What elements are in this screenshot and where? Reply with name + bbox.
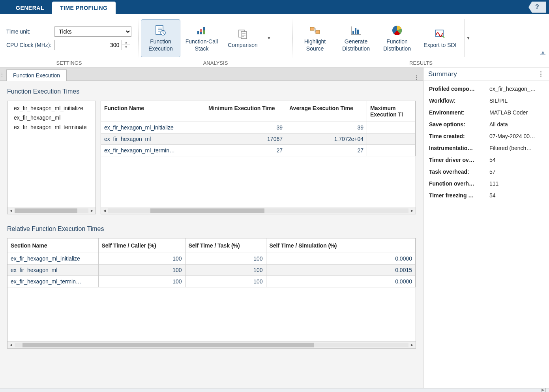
function-execution-button[interactable]: Function Execution — [141, 19, 180, 57]
summary-kebab-menu[interactable]: ⋮ — [538, 70, 544, 78]
ribbon: Time unit: Ticks CPU Clock (MHz): ▲▼ SET… — [0, 14, 549, 68]
summary-key: Environment: — [429, 109, 486, 116]
collapse-ribbon-button[interactable]: ▴ — [539, 48, 547, 56]
export-to-sdi-label: Export to SDI — [423, 42, 456, 49]
summary-key: Timer driver ov… — [429, 157, 486, 163]
summary-value: ex_fir_hexagon_… — [489, 86, 543, 92]
svg-rect-4 — [200, 32, 202, 34]
col-self-task[interactable]: Self Time / Task (%) — [185, 238, 266, 253]
summary-value: 07-May-2024 00… — [489, 133, 543, 139]
list-item[interactable]: ex_fir_hexagon_ml — [7, 113, 96, 122]
analysis-dropdown[interactable]: ▼ — [265, 19, 273, 57]
pie-icon — [391, 24, 403, 37]
ribbon-label-settings: SETTINGS — [0, 59, 138, 67]
col-avg-time[interactable]: Average Execution Time — [286, 101, 367, 122]
subtab-bar: ⋮⋮ Function Execution ⋮ — [0, 68, 423, 81]
col-min-time[interactable]: Minimum Execution Time — [205, 101, 286, 122]
fet-table: Function Name Minimum Execution Time Ave… — [101, 101, 416, 214]
status-bar: ▶| — [0, 388, 549, 392]
summary-value: 57 — [489, 169, 543, 175]
help-button[interactable]: ? — [528, 2, 546, 13]
function-execution-icon — [154, 24, 167, 37]
next-page-icon[interactable]: ▶| — [542, 388, 546, 392]
summary-value: 111 — [489, 180, 543, 187]
bar-stack-icon — [195, 24, 208, 37]
summary-key: Timer freezing … — [429, 192, 486, 199]
svg-rect-10 — [316, 30, 320, 34]
export-to-sdi-button[interactable]: Export to SDI — [418, 19, 462, 57]
subtab-function-execution[interactable]: Function Execution — [6, 69, 67, 81]
summary-key: Function overh… — [429, 180, 486, 187]
summary-key: Task overhead: — [429, 169, 486, 175]
list-hscrollbar[interactable]: ◄ ► — [7, 207, 96, 214]
ribbon-label-results: RESULTS — [293, 59, 549, 67]
cpu-clock-spinner[interactable]: ▲▼ — [122, 40, 130, 50]
time-unit-label: Time unit: — [6, 28, 51, 35]
summary-value: SIL/PIL — [489, 98, 543, 104]
content-area: ⋮⋮ Function Execution ⋮ Function Executi… — [0, 68, 549, 392]
comparison-button[interactable]: Comparison — [223, 19, 262, 57]
fet-hscrollbar[interactable]: ◄ ► — [101, 207, 416, 214]
col-self-sim[interactable]: Self Time / Simulation (%) — [266, 238, 416, 253]
grip-icon: ⋮⋮ — [2, 69, 6, 81]
summary-key: Save options: — [429, 121, 486, 128]
generate-distribution-button[interactable]: Generate Distribution — [336, 19, 376, 57]
results-dropdown[interactable]: ▼ — [464, 19, 472, 57]
col-max-time[interactable]: Maximum Execution Ti — [367, 101, 415, 122]
svg-rect-2 — [197, 31, 199, 34]
table-row[interactable]: ex_fir_hexagon_ml1001000.0015 — [7, 264, 416, 276]
main-kebab-menu[interactable]: ⋮ — [414, 74, 419, 81]
summary-value: 54 — [489, 192, 543, 199]
table-row[interactable]: ex_fir_hexagon_ml_termin…2727 — [101, 145, 416, 156]
tab-time-profiling[interactable]: TIME PROFILING — [52, 2, 116, 14]
summary-value: 54 — [489, 157, 543, 163]
svg-rect-11 — [352, 31, 354, 34]
table-row[interactable]: ex_fir_hexagon_ml_initialize1001000.0000 — [7, 253, 416, 264]
summary-value: Filtered (bench… — [489, 145, 543, 151]
function-distribution-button[interactable]: Function Distribution — [377, 19, 417, 57]
highlight-icon — [309, 24, 321, 37]
summary-key: Workflow: — [429, 98, 486, 104]
rfet-hscrollbar[interactable]: ◄ ► — [7, 341, 416, 348]
function-distribution-label: Function Distribution — [383, 38, 411, 52]
table-row[interactable]: ex_fir_hexagon_ml170671.7072e+04 — [101, 133, 416, 145]
summary-value: MATLAB Coder — [489, 109, 543, 116]
generate-distribution-label: Generate Distribution — [342, 38, 370, 52]
histogram-icon — [350, 24, 362, 37]
rfet-table: Section Name Self Time / Caller (%) Self… — [7, 238, 416, 349]
col-function-name[interactable]: Function Name — [101, 101, 205, 122]
function-list: ex_fir_hexagon_ml_initialize ex_fir_hexa… — [7, 101, 96, 214]
ribbon-group-analysis: Function Execution Function-Call Stack C… — [139, 14, 292, 67]
svg-rect-9 — [310, 27, 314, 30]
summary-kv: Profiled compo…ex_fir_hexagon_… Workflow… — [429, 86, 543, 199]
cpu-clock-input[interactable] — [54, 40, 122, 50]
tab-general[interactable]: GENERAL — [8, 2, 52, 14]
svg-rect-13 — [357, 30, 359, 34]
export-icon — [434, 28, 446, 40]
time-unit-select[interactable]: Ticks — [54, 26, 131, 37]
table-row[interactable]: ex_fir_hexagon_ml_initialize3939 — [101, 122, 416, 133]
svg-rect-6 — [203, 30, 205, 34]
highlight-source-label: Highlight Source — [304, 38, 326, 52]
function-call-stack-label: Function-Call Stack — [185, 38, 218, 52]
svg-rect-12 — [355, 28, 356, 34]
rfet-title: Relative Function Execution Times — [7, 225, 416, 233]
list-item[interactable]: ex_fir_hexagon_ml_terminate — [7, 122, 96, 132]
ribbon-label-analysis: ANALYSIS — [139, 59, 292, 67]
summary-value: All data — [489, 121, 543, 128]
comparison-label: Comparison — [228, 42, 257, 49]
table-row[interactable]: ex_fir_hexagon_ml_termin…1001000.0000 — [7, 276, 416, 287]
highlight-source-button[interactable]: Highlight Source — [295, 19, 335, 57]
summary-key: Time created: — [429, 133, 486, 139]
ribbon-group-settings: Time unit: Ticks CPU Clock (MHz): ▲▼ SET… — [0, 14, 138, 67]
summary-key: Instrumentatio… — [429, 145, 486, 151]
function-call-stack-button[interactable]: Function-Call Stack — [182, 19, 221, 57]
cpu-clock-label: CPU Clock (MHz): — [6, 42, 51, 48]
col-self-caller[interactable]: Self Time / Caller (%) — [98, 238, 185, 253]
col-section-name[interactable]: Section Name — [7, 238, 98, 253]
function-execution-label: Function Execution — [148, 38, 172, 52]
list-item[interactable]: ex_fir_hexagon_ml_initialize — [7, 103, 96, 113]
summary-title: Summary — [428, 70, 457, 78]
main-tabbar: GENERAL TIME PROFILING ? — [0, 0, 549, 14]
summary-panel: Summary ⋮ Profiled compo…ex_fir_hexagon_… — [423, 68, 549, 392]
